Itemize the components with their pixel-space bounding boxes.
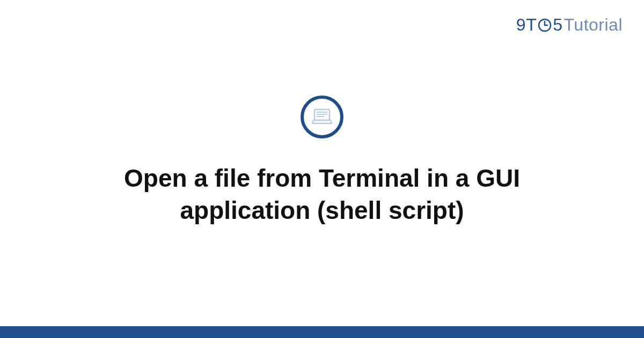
laptop-icon — [301, 95, 343, 138]
page-title: Open a file from Terminal in a GUI appli… — [54, 163, 590, 227]
footer-bar — [0, 326, 644, 338]
main-content: Open a file from Terminal in a GUI appli… — [0, 0, 644, 338]
